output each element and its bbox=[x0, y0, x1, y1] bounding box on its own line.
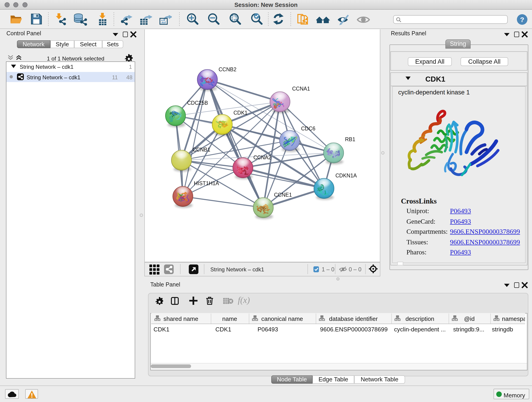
svg-text:RB1: RB1 bbox=[345, 136, 355, 142]
svg-text:CCNE1: CCNE1 bbox=[274, 191, 292, 198]
svg-text:CDK1: CDK1 bbox=[234, 109, 247, 115]
svg-text:CCNB1: CCNB1 bbox=[192, 147, 210, 153]
svg-text:CDKN1A: CDKN1A bbox=[336, 172, 357, 178]
svg-text:CCNA2: CCNA2 bbox=[253, 154, 271, 160]
svg-text:HIST1H1A: HIST1H1A bbox=[194, 180, 219, 186]
svg-text:CCNB2: CCNB2 bbox=[219, 66, 236, 72]
svg-text:CDC25B: CDC25B bbox=[187, 100, 208, 106]
svg-text:CCNA1: CCNA1 bbox=[292, 85, 310, 91]
svg-text:CDC6: CDC6 bbox=[301, 125, 316, 131]
